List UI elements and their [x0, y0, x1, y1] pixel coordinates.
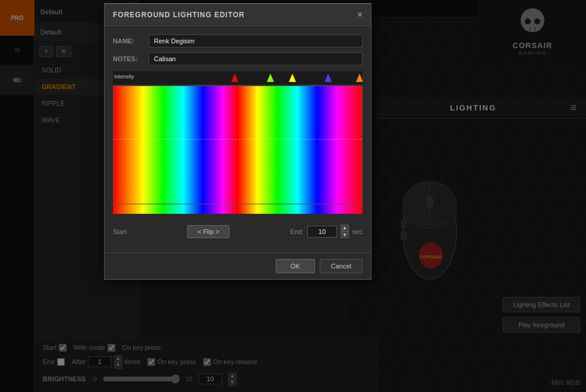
foreground-lighting-editor-dialog: FOREGROUND LIGHTING EDITOR × NAME: NOTES…: [104, 3, 371, 280]
marker-yellow[interactable]: [289, 74, 296, 82]
flip-button[interactable]: < Flip >: [187, 225, 229, 238]
end-ctrl-label: End:: [290, 228, 304, 235]
notes-label: NOTES:: [113, 55, 149, 62]
modal-close-button[interactable]: ×: [357, 10, 363, 20]
start-ctrl-label: Start: [113, 228, 127, 235]
modal-title-bar: FOREGROUND LIGHTING EDITOR ×: [105, 4, 371, 26]
gradient-bottom-bar: [113, 204, 363, 214]
name-label: NAME:: [113, 37, 149, 45]
end-spinner: ▲ ▼: [341, 225, 349, 238]
sec-label: sec: [352, 228, 363, 235]
gradient-canvas[interactable]: [113, 86, 363, 204]
end-row-ctrl: End: ▲ ▼ sec: [290, 225, 363, 238]
end-down-button[interactable]: ▼: [341, 232, 349, 239]
marker-blue[interactable]: [324, 74, 332, 82]
notes-input[interactable]: [149, 52, 363, 65]
ok-button[interactable]: OK: [276, 259, 315, 273]
modal-body: NAME: NOTES: Intensity: [105, 26, 371, 249]
name-input[interactable]: [149, 34, 363, 48]
gradient-markers-row: Intensity: [113, 71, 363, 84]
gradient-dashed-line: [114, 139, 362, 140]
markers-svg: [113, 71, 363, 84]
gradient-container: Intensity: [113, 71, 363, 214]
dialog-buttons: OK Cancel: [105, 252, 371, 279]
notes-field-row: NOTES:: [113, 52, 363, 65]
end-up-button[interactable]: ▲: [341, 225, 349, 232]
marker-orange[interactable]: [356, 74, 363, 82]
cancel-button[interactable]: Cancel: [320, 259, 363, 273]
name-field-row: NAME:: [113, 34, 363, 48]
end-value-input[interactable]: [307, 226, 337, 238]
marker-red[interactable]: [231, 74, 238, 82]
gradient-controls-row: Start < Flip > End: ▲ ▼ sec: [113, 220, 363, 241]
marker-green[interactable]: [267, 74, 274, 82]
modal-title: FOREGROUND LIGHTING EDITOR: [113, 11, 245, 19]
